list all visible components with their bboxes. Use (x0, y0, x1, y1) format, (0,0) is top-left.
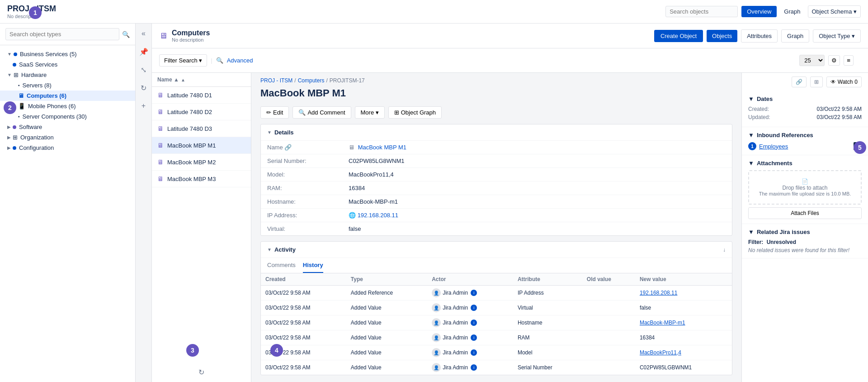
section-header-details[interactable]: ▼ Details (261, 124, 732, 141)
view-toggle-btn[interactable]: ≡ (844, 55, 854, 66)
filter-search-button[interactable]: Filter Search ▾ (159, 54, 207, 67)
new-value: C02PW85LGBWNM1 (640, 364, 692, 371)
sidebar-item-label: Organization (20, 134, 54, 141)
list-item[interactable]: 🖥 MacBook MBP M3 (152, 171, 251, 187)
breadcrumb-link-computers[interactable]: Computers (298, 77, 325, 84)
objects-button[interactable]: Objects (707, 30, 737, 42)
collapse-button[interactable]: « (137, 27, 150, 40)
new-value-link[interactable]: 192.168.208.11 (640, 290, 677, 296)
edit-button[interactable]: ✏ Edit (260, 106, 289, 119)
old-value-cell (582, 315, 635, 330)
sidebar-item-configuration[interactable]: ▶ Configuration (0, 143, 135, 153)
section-header-activity[interactable]: ▼ Activity ↓ (261, 242, 732, 258)
list-item[interactable]: 🖥 Latitude 7480 D3 (152, 120, 251, 137)
content-area: 🖥 Computers No description Create Object… (152, 24, 868, 382)
list-item[interactable]: 🖥 MacBook MBP M2 (152, 154, 251, 171)
list-item[interactable]: 🖥 Latitude 7480 D2 (152, 104, 251, 120)
new-value: false (640, 305, 651, 311)
inbound-ref-item: 1 Employees (748, 142, 862, 150)
create-object-button[interactable]: Create Object (654, 30, 703, 42)
per-page-select[interactable]: 251050100 (799, 55, 825, 66)
actor-avatar: 👤 (432, 333, 441, 342)
object-list-items: 🖥 Latitude 7480 D1 🖥 Latitude 7480 D2 🖥 … (152, 87, 251, 362)
object-type-button[interactable]: Object Type ▾ (813, 29, 861, 43)
field-label: IP Address: (261, 209, 342, 222)
link-icon-btn[interactable]: 🔗 (792, 76, 807, 87)
info-icon: i (471, 305, 477, 311)
type-cell: Added Reference (346, 286, 427, 301)
sidebar-item-organization[interactable]: ▶ ⊞ Organization (0, 132, 135, 143)
app-subtitle: No description (7, 14, 56, 19)
breadcrumb: PROJ - ITSM / Computers / PROJITSM-17 (251, 73, 741, 86)
refresh-list-button[interactable]: ↻ (195, 366, 208, 378)
watch-button[interactable]: 👁 Watch 0 (826, 76, 862, 87)
new-value-link[interactable]: MacBookPro11,4 (640, 349, 681, 356)
object-header-left: 🖥 Computers No description (159, 29, 210, 43)
advanced-button[interactable]: Advanced (227, 57, 253, 64)
object-schema-button[interactable]: Object Schema ▾ (808, 5, 861, 18)
more-button[interactable]: More ▾ (355, 106, 385, 119)
item-name: MacBook MBP M2 (167, 159, 216, 166)
created-value: 03/Oct/22 9:58 AM (817, 106, 862, 112)
graph-nav-button[interactable]: Graph (780, 6, 804, 17)
type-cell: Added Value (346, 315, 427, 330)
list-item[interactable]: 🖥 Latitude 7480 D1 (152, 87, 251, 104)
field-label: RAM: (261, 181, 342, 195)
sidebar-item-mobile-phones[interactable]: 📱 Mobile Phones (6) (0, 101, 135, 111)
drop-text: Drop files to attach (756, 185, 854, 191)
new-value-link[interactable]: MacBook-MBP-m1 (640, 320, 685, 326)
updated-value: 03/Oct/22 9:58 AM (817, 114, 862, 120)
item-icon: 🖥 (157, 158, 164, 166)
sidebar-item-label: Hardware (21, 72, 47, 78)
sidebar-item-business-services[interactable]: ▼ Business Services (5) (0, 49, 135, 59)
add-comment-button[interactable]: 🔍 Add Comment (292, 106, 351, 119)
ref-link[interactable]: Employees (759, 143, 788, 150)
actor-name: Jira Admin (443, 349, 468, 356)
sidebar-item-computers[interactable]: 🖥 Computers (6) (0, 91, 135, 101)
old-value-cell (582, 360, 635, 375)
overview-button[interactable]: Overview (741, 6, 777, 17)
sidebar-item-server-components[interactable]: ▪ Server Components (30) (0, 111, 135, 122)
pin-button[interactable]: 📌 (137, 45, 150, 58)
attach-files-button[interactable]: Attach Files (748, 207, 862, 219)
new-value-cell: 16384 (635, 330, 732, 345)
attachments-drop-zone[interactable]: 📄 Drop files to attach The maximum file … (748, 170, 862, 205)
refresh-button[interactable]: ↻ (137, 81, 150, 94)
server-icon: ▪ (18, 83, 20, 88)
sidebar-search-input[interactable] (5, 28, 119, 40)
object-title-group: Computers No description (172, 29, 210, 43)
sidebar-item-saas-services[interactable]: SaaS Services (0, 59, 135, 70)
qr-icon-btn[interactable]: ⊞ (810, 76, 823, 87)
old-value-cell (582, 286, 635, 301)
breadcrumb-link-proj[interactable]: PROJ - ITSM (260, 77, 292, 84)
sidebar-item-software[interactable]: ▶ Software (0, 122, 135, 132)
actor-name: Jira Admin (443, 334, 468, 341)
tree-toggle: ▶ (7, 124, 11, 129)
table-row: 03/Oct/22 9:58 AM Added Value 👤 Jira Adm… (261, 330, 732, 345)
search-objects-input[interactable] (665, 6, 738, 17)
field-label: Hostname: (261, 195, 342, 209)
resize-button[interactable]: ⤡ (137, 63, 150, 76)
detail-panel: PROJ - ITSM / Computers / PROJITSM-17 Ma… (251, 73, 868, 382)
sidebar-item-servers[interactable]: ▪ Servers (8) (0, 80, 135, 91)
section-toggle-dates: ▼ (748, 96, 754, 102)
tab-history[interactable]: History (303, 258, 323, 273)
ip-link[interactable]: 192.168.208.11 (358, 212, 398, 219)
graph-button[interactable]: Graph (781, 29, 809, 43)
sidebar-item-hardware[interactable]: ▼ ⊞ Hardware (0, 70, 135, 80)
tab-comments[interactable]: Comments (267, 258, 296, 273)
object-graph-button[interactable]: ⊞ Object Graph (388, 106, 442, 119)
object-title: Computers (172, 29, 210, 37)
field-value: MacBook-MBP-m1 (342, 195, 732, 209)
list-item-active[interactable]: 🖥 MacBook MBP M1 (152, 137, 251, 154)
settings-icon-btn[interactable]: ⚙ (828, 55, 840, 66)
sidebar-item-label: Configuration (19, 144, 54, 151)
col-old-value: Old value (582, 273, 635, 286)
name-link[interactable]: MacBook MBP M1 (358, 144, 406, 151)
created-cell: 03/Oct/22 9:58 AM (261, 286, 346, 301)
add-button[interactable]: + (137, 100, 150, 112)
attributes-button[interactable]: Attributes (741, 29, 778, 43)
right-panel: 🔗 ⊞ 👁 Watch 0 ▼ Dates (741, 73, 868, 382)
actor-name: Jira Admin (443, 320, 468, 326)
search-icon: 🔍 (122, 31, 130, 38)
